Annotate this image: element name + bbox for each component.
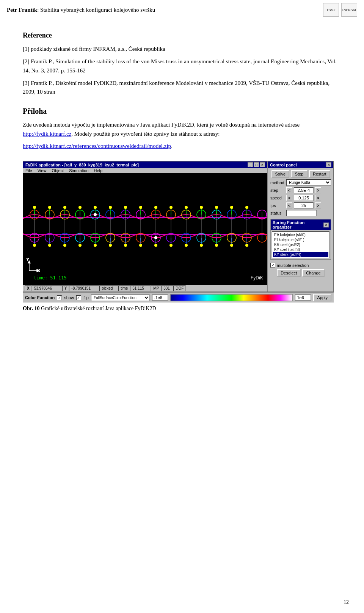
- sfo-item-4[interactable]: KY sterk (psf#4): [273, 252, 328, 257]
- svg-point-90: [169, 206, 173, 209]
- color-gradient: [170, 294, 293, 301]
- svg-point-87: [124, 206, 127, 209]
- sfo-item-2[interactable]: KR uzel (psf#2): [273, 242, 328, 247]
- speed-decrease-btn[interactable]: <: [286, 195, 292, 201]
- menu-file[interactable]: File: [25, 168, 32, 173]
- solve-step-restart-row: Solve Step Restart: [270, 170, 331, 178]
- speed-row: speed < 0.125 >: [270, 195, 331, 201]
- control-panel-body: Solve Step Restart method Runge-Kutta st…: [268, 168, 333, 292]
- step-increase-btn[interactable]: >: [315, 187, 321, 193]
- apply-button[interactable]: Apply: [313, 294, 331, 301]
- caption-label: Obr. 10: [23, 306, 40, 311]
- svg-point-111: [94, 213, 97, 216]
- solve-button[interactable]: Solve: [271, 170, 290, 178]
- svg-point-104: [154, 244, 157, 247]
- svg-point-82: [48, 206, 51, 209]
- reference-3: [3] Frantík P., Diskrétní model FyDiK2D,…: [23, 79, 341, 97]
- speed-value: 0.125: [294, 195, 314, 201]
- flip-checkbox[interactable]: [76, 295, 81, 300]
- mp-label: MP: [151, 285, 161, 291]
- multiple-selection-label: multiple selection: [277, 263, 309, 268]
- control-panel-close[interactable]: ×: [326, 162, 331, 167]
- svg-point-81: [33, 206, 36, 209]
- priloha-link-1[interactable]: http://fydik.kitnarf.cz: [23, 131, 71, 137]
- fast-logo: FAST: [323, 3, 339, 17]
- sfo-close-btn[interactable]: ×: [323, 223, 329, 227]
- color-function-title: Color Function: [25, 295, 55, 300]
- svg-point-85: [94, 206, 97, 209]
- svg-point-112: [154, 236, 157, 239]
- x-coord-label: X: [25, 285, 32, 291]
- menu-view[interactable]: View: [38, 168, 47, 173]
- flip-label: flip: [83, 295, 89, 300]
- control-panel: Control panel × Solve Step Restart metho…: [268, 161, 333, 292]
- priloha-text-before-link: Zde uvedená metoda výpočtu je implemento…: [23, 122, 300, 128]
- canvas-area: X Y time: 51.115 FyDiK: [23, 173, 267, 285]
- header-author: Petr Frantík: [7, 7, 37, 13]
- maximize-btn[interactable]: □: [254, 162, 259, 167]
- x-coord-value: 53.978546: [32, 285, 62, 291]
- step-decrease-btn[interactable]: <: [286, 187, 292, 193]
- header-subtitle: Stabilita vybraných konfigurací kolejové…: [40, 7, 155, 13]
- fps-row: fps < 25 >: [270, 202, 331, 209]
- svg-text:X: X: [38, 269, 40, 273]
- svg-point-83: [63, 206, 66, 209]
- show-checkbox[interactable]: [57, 295, 62, 300]
- close-btn[interactable]: ×: [260, 162, 265, 167]
- fydik-title: FyDiK application - [rail_y_830_kyg319_k…: [25, 163, 139, 167]
- deselect-button[interactable]: Deselect: [277, 269, 301, 277]
- fps-decrease-btn[interactable]: <: [286, 202, 292, 209]
- figure-caption: Obr. 10 Grafické uživatelské rozhraní Ja…: [23, 306, 156, 312]
- menu-object[interactable]: Object: [52, 168, 64, 173]
- svg-point-103: [139, 244, 142, 247]
- ref-2-text: Frantík P., Simulation of the stability …: [23, 58, 337, 73]
- status-value: [286, 210, 317, 216]
- priloha-link-2[interactable]: http://fydik.kitnarf.cz/references/conti…: [23, 143, 171, 149]
- header-logos: FAST INFRAM: [323, 3, 357, 17]
- svg-point-92: [200, 206, 203, 209]
- menu-simulation[interactable]: Simulation: [69, 168, 88, 173]
- control-panel-titlebar: Control panel ×: [268, 161, 333, 168]
- svg-point-96: [33, 244, 36, 247]
- color-function-select[interactable]: FullSurfaceColorFunction: [91, 295, 150, 301]
- color-max-value: 1e6: [295, 295, 311, 301]
- color-function-bar: Color Function show flip FullSurfaceColo…: [23, 292, 334, 303]
- multiple-selection-checkbox[interactable]: [270, 263, 275, 268]
- deselect-change-row: Deselect Change: [270, 269, 331, 277]
- color-min-value: -1e6: [152, 295, 168, 301]
- sfo-item-1[interactable]: EI kolejnice (sf#1): [273, 237, 328, 242]
- svg-rect-0: [23, 174, 267, 284]
- ref-2-id: [2]: [23, 58, 31, 64]
- svg-point-110: [245, 244, 248, 247]
- page-number: 12: [344, 599, 349, 605]
- priloha-heading: Příloha: [23, 107, 341, 116]
- app-window: FyDiK application - [rail_y_830_kyg319_k…: [23, 161, 334, 292]
- svg-text:FyDiK: FyDiK: [251, 275, 263, 281]
- svg-point-91: [185, 206, 188, 209]
- screenshot-container: FyDiK application - [rail_y_830_kyg319_k…: [23, 161, 341, 312]
- svg-point-98: [63, 244, 66, 247]
- method-select[interactable]: Runge-Kutta: [286, 179, 331, 186]
- priloha-paragraph-1: Zde uvedená metoda výpočtu je implemento…: [23, 120, 341, 138]
- change-button[interactable]: Change: [302, 269, 325, 277]
- step-value: 2.5E-4: [294, 187, 314, 193]
- menu-help[interactable]: Help: [94, 168, 103, 173]
- header-colon: :: [37, 7, 40, 13]
- sfo-item-3[interactable]: KY uzel (psf#3): [273, 247, 328, 252]
- minimize-btn[interactable]: _: [248, 162, 253, 167]
- sfo-title: Spring Function organizer: [273, 220, 323, 229]
- y-coord-value: -8.7990151: [69, 285, 99, 291]
- rail-visualization: X Y time: 51.115 FyDiK: [23, 173, 267, 285]
- sfo-titlebar: Spring Function organizer ×: [271, 219, 331, 230]
- header-title: Petr Frantík: Stabilita vybraných konfig…: [7, 7, 155, 13]
- show-label: show: [64, 295, 74, 300]
- step-button[interactable]: Step: [291, 170, 308, 178]
- fps-increase-btn[interactable]: >: [315, 202, 321, 209]
- method-row: method Runge-Kutta: [270, 179, 331, 186]
- reference-2: [2] Frantík P., Simulation of the stabil…: [23, 57, 341, 75]
- restart-button[interactable]: Restart: [309, 170, 330, 178]
- time-value: 51.115: [130, 285, 151, 291]
- speed-increase-btn[interactable]: >: [315, 195, 321, 201]
- sfo-item-0[interactable]: EA kolejnice (sf#0): [273, 232, 328, 237]
- svg-point-106: [185, 244, 188, 247]
